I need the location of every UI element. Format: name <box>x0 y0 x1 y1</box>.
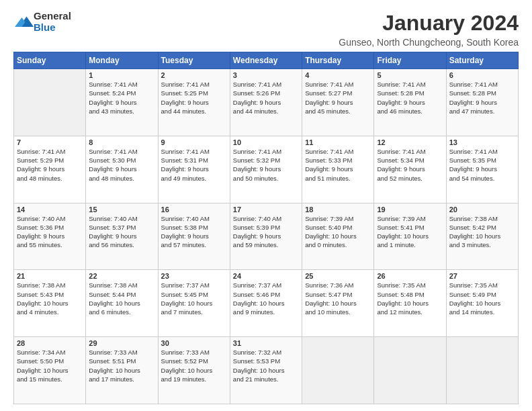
table-row: 7Sunrise: 7:41 AMSunset: 5:29 PMDaylight… <box>14 136 86 203</box>
day-info: Sunrise: 7:32 AMSunset: 5:53 PMDaylight:… <box>233 348 299 383</box>
day-info-line: Daylight: 9 hours <box>305 99 353 106</box>
day-info: Sunrise: 7:41 AMSunset: 5:25 PMDaylight:… <box>161 80 227 116</box>
day-info-line: Sunset: 5:52 PM <box>161 357 208 365</box>
day-info: Sunrise: 7:38 AMSunset: 5:43 PMDaylight:… <box>17 281 83 316</box>
day-number: 22 <box>89 272 154 280</box>
day-info-line: and 19 minutes. <box>161 375 207 383</box>
col-sunday: Sunday <box>14 52 86 69</box>
day-info-line: Sunset: 5:25 PM <box>161 89 208 97</box>
day-info-line: Sunset: 5:27 PM <box>305 89 352 97</box>
table-row: 14Sunrise: 7:40 AMSunset: 5:36 PMDayligh… <box>14 203 86 270</box>
day-info-line: Sunrise: 7:41 AM <box>449 148 498 155</box>
day-info-line: Sunrise: 7:41 AM <box>305 148 353 155</box>
calendar-week-row: 7Sunrise: 7:41 AMSunset: 5:29 PMDaylight… <box>14 136 519 203</box>
day-number: 25 <box>305 272 371 280</box>
day-info-line: Sunrise: 7:41 AM <box>449 81 498 88</box>
day-info-line: Daylight: 9 hours <box>449 99 497 106</box>
day-info-line: Sunrise: 7:40 AM <box>89 215 137 222</box>
table-row: 2Sunrise: 7:41 AMSunset: 5:25 PMDaylight… <box>158 69 230 136</box>
table-row: 5Sunrise: 7:41 AMSunset: 5:28 PMDaylight… <box>374 69 446 136</box>
logo-blue: Blue <box>34 22 71 34</box>
day-number: 29 <box>89 339 154 347</box>
day-info-line: Daylight: 10 hours <box>89 367 140 374</box>
day-number: 20 <box>449 205 515 214</box>
day-info-line: Sunset: 5:37 PM <box>89 224 136 231</box>
day-info-line: and 12 minutes. <box>377 308 423 316</box>
table-row: 10Sunrise: 7:41 AMSunset: 5:32 PMDayligh… <box>230 136 302 203</box>
day-info-line: Sunrise: 7:41 AM <box>89 81 137 88</box>
day-info-line: Sunrise: 7:41 AM <box>161 81 210 88</box>
logo-icon <box>15 13 34 32</box>
day-info-line: Sunset: 5:28 PM <box>377 89 424 97</box>
day-info-line: Daylight: 10 hours <box>233 300 285 307</box>
day-info-line: Sunrise: 7:38 AM <box>89 281 137 289</box>
day-info-line: Daylight: 10 hours <box>17 300 69 307</box>
day-info-line: and 0 minutes. <box>305 241 347 248</box>
month-title: January 2024 <box>339 11 519 36</box>
table-row: 19Sunrise: 7:39 AMSunset: 5:41 PMDayligh… <box>374 203 446 270</box>
day-info-line: Sunrise: 7:35 AM <box>377 281 425 289</box>
table-row: 13Sunrise: 7:41 AMSunset: 5:35 PMDayligh… <box>446 136 518 203</box>
day-info-line: Sunrise: 7:40 AM <box>233 215 281 222</box>
table-row: 17Sunrise: 7:40 AMSunset: 5:39 PMDayligh… <box>230 203 302 270</box>
day-number: 2 <box>161 71 227 79</box>
day-info-line: Sunrise: 7:41 AM <box>377 81 425 88</box>
day-number: 28 <box>17 339 83 347</box>
day-info-line: Sunrise: 7:38 AM <box>17 281 65 289</box>
day-info-line: and 44 minutes. <box>161 107 207 115</box>
day-info-line: Sunrise: 7:41 AM <box>17 148 65 155</box>
day-info-line: and 6 minutes. <box>89 308 130 316</box>
day-info-line: Daylight: 9 hours <box>89 232 136 240</box>
day-info: Sunrise: 7:37 AMSunset: 5:45 PMDaylight:… <box>161 281 227 316</box>
calendar-table: Sunday Monday Tuesday Wednesday Thursday… <box>13 52 519 404</box>
day-info-line: Sunrise: 7:41 AM <box>89 148 137 155</box>
day-number: 27 <box>449 272 515 280</box>
day-info-line: and 48 minutes. <box>17 175 62 182</box>
day-info: Sunrise: 7:35 AMSunset: 5:48 PMDaylight:… <box>377 281 443 316</box>
title-block: January 2024 Gunseo, North Chungcheong, … <box>339 11 519 48</box>
day-info-line: Daylight: 10 hours <box>161 367 213 374</box>
calendar-week-row: 14Sunrise: 7:40 AMSunset: 5:36 PMDayligh… <box>14 203 519 270</box>
day-number: 12 <box>377 138 443 146</box>
day-info-line: Daylight: 9 hours <box>17 232 64 240</box>
table-row: 22Sunrise: 7:38 AMSunset: 5:44 PMDayligh… <box>86 270 158 337</box>
day-info-line: Sunset: 5:24 PM <box>89 89 136 97</box>
day-info-line: Daylight: 9 hours <box>161 99 209 106</box>
day-info: Sunrise: 7:41 AMSunset: 5:30 PMDaylight:… <box>89 147 154 183</box>
day-number: 26 <box>377 272 443 280</box>
day-info-line: Sunset: 5:47 PM <box>305 291 352 298</box>
day-info-line: Sunrise: 7:40 AM <box>161 215 210 222</box>
day-number: 30 <box>161 339 227 347</box>
table-row: 31Sunrise: 7:32 AMSunset: 5:53 PMDayligh… <box>230 337 302 404</box>
day-info-line: Sunset: 5:42 PM <box>449 224 496 231</box>
day-info-line: Sunset: 5:40 PM <box>305 224 352 231</box>
day-info-line: Daylight: 10 hours <box>305 300 357 307</box>
day-info-line: Sunrise: 7:41 AM <box>161 148 210 155</box>
day-info-line: Sunrise: 7:32 AM <box>233 349 281 356</box>
table-row: 4Sunrise: 7:41 AMSunset: 5:27 PMDaylight… <box>302 69 374 136</box>
logo-text: General Blue <box>34 11 71 33</box>
day-number: 31 <box>233 339 299 347</box>
day-number: 9 <box>161 138 227 146</box>
day-number: 10 <box>233 138 299 146</box>
day-info-line: Sunset: 5:29 PM <box>17 156 64 164</box>
day-info-line: Daylight: 9 hours <box>89 99 136 106</box>
day-info-line: Sunrise: 7:40 AM <box>17 215 65 222</box>
day-info-line: Sunset: 5:38 PM <box>161 224 208 231</box>
day-info-line: Daylight: 9 hours <box>449 165 497 173</box>
day-info: Sunrise: 7:33 AMSunset: 5:51 PMDaylight:… <box>89 348 154 383</box>
day-info-line: Sunrise: 7:34 AM <box>17 349 65 356</box>
day-info-line: and 21 minutes. <box>233 375 279 383</box>
table-row <box>446 337 518 404</box>
day-info-line: Sunset: 5:36 PM <box>17 224 64 231</box>
day-info-line: and 45 minutes. <box>305 107 351 115</box>
day-info-line: and 49 minutes. <box>161 175 207 182</box>
day-info-line: Sunset: 5:28 PM <box>449 89 496 97</box>
day-info-line: Daylight: 10 hours <box>449 232 501 240</box>
day-info: Sunrise: 7:41 AMSunset: 5:26 PMDaylight:… <box>233 80 299 116</box>
day-info-line: and 50 minutes. <box>233 175 279 182</box>
day-info-line: and 44 minutes. <box>233 107 279 115</box>
day-number: 18 <box>305 205 371 214</box>
page: General Blue January 2024 Gunseo, North … <box>0 0 532 411</box>
day-info-line: Daylight: 9 hours <box>377 165 425 173</box>
